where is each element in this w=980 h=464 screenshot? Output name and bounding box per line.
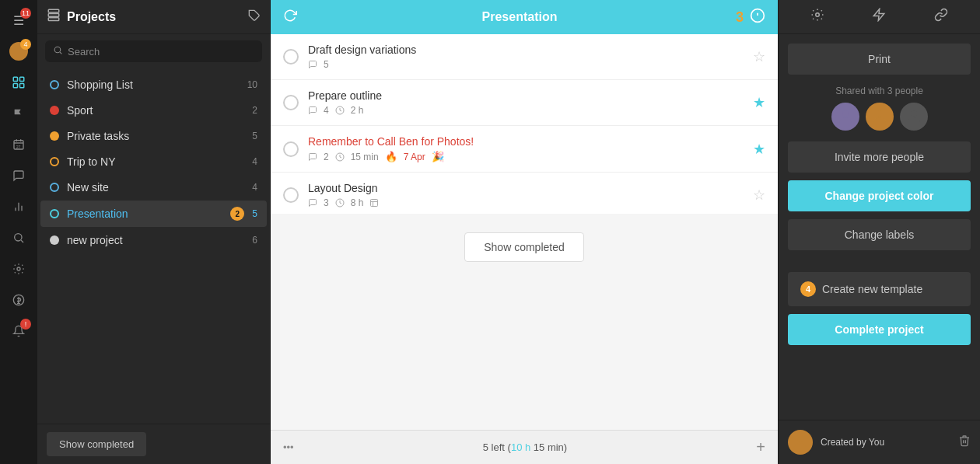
project-dot bbox=[50, 209, 59, 218]
star-icon[interactable]: ★ bbox=[753, 141, 765, 158]
rail-icon-dollar[interactable] bbox=[5, 286, 33, 314]
shared-section: Shared with 3 people bbox=[788, 82, 971, 134]
settings-icon[interactable] bbox=[810, 8, 824, 26]
svg-marker-32 bbox=[874, 9, 885, 21]
task-body: Draft design variations 5 bbox=[308, 44, 744, 70]
task-checkbox[interactable] bbox=[283, 95, 299, 110]
comment-count: 3 bbox=[324, 197, 329, 208]
svg-rect-0 bbox=[13, 77, 17, 81]
right-panel-content: Print Shared with 3 people Invite more p… bbox=[779, 34, 980, 420]
rail-icon-menu[interactable]: ☰ 11 bbox=[5, 6, 33, 34]
project-count: 10 bbox=[247, 79, 257, 90]
project-list: Shopping List 10 Sport 2 Private tasks 5… bbox=[37, 68, 270, 424]
project-dot bbox=[50, 106, 59, 115]
right-panel: Print Shared with 3 people Invite more p… bbox=[778, 0, 980, 464]
svg-point-14 bbox=[17, 267, 20, 270]
project-count: 2 bbox=[252, 105, 257, 116]
sidebar-header: Projects bbox=[37, 0, 270, 34]
project-name: Trip to NY bbox=[67, 155, 244, 168]
rail-icon-calendar[interactable]: 27 bbox=[5, 131, 33, 159]
delete-icon[interactable] bbox=[958, 434, 971, 450]
task-item: Draft design variations 5 ☆ bbox=[271, 34, 778, 80]
info-icon[interactable] bbox=[750, 8, 765, 26]
svg-point-35 bbox=[911, 110, 917, 117]
task-item: Prepare outline 4 2 h ★ bbox=[271, 80, 778, 126]
project-name: Presentation bbox=[67, 208, 222, 220]
add-task-button[interactable]: + bbox=[756, 438, 765, 456]
link-icon[interactable] bbox=[934, 8, 948, 26]
project-count: 4 bbox=[252, 182, 257, 193]
task-title: Prepare outline bbox=[308, 89, 744, 102]
invite-button[interactable]: Invite more people bbox=[788, 141, 971, 173]
project-name: Private tasks bbox=[67, 130, 244, 142]
task-time: 15 min bbox=[351, 152, 379, 162]
project-item-new[interactable]: new project 6 bbox=[40, 228, 267, 253]
main-header-title: Presentation bbox=[303, 10, 736, 24]
rail-icon-profile[interactable]: 4 bbox=[5, 37, 33, 65]
svg-point-33 bbox=[842, 110, 849, 117]
project-item-newsite[interactable]: New site 4 bbox=[40, 175, 267, 200]
created-text: Created by You bbox=[821, 437, 950, 448]
project-name: New site bbox=[67, 181, 244, 194]
avatar bbox=[866, 103, 894, 131]
task-body: Remember to Call Ben for Photos! 2 15 mi… bbox=[308, 135, 744, 162]
svg-point-34 bbox=[877, 110, 883, 117]
change-labels-button[interactable]: Change labels bbox=[788, 219, 971, 250]
task-checkbox[interactable] bbox=[283, 187, 299, 203]
rail-icon-notification[interactable]: ! bbox=[5, 317, 33, 345]
svg-rect-2 bbox=[13, 84, 17, 88]
change-color-button[interactable]: Change project color bbox=[788, 180, 971, 211]
svg-text:27: 27 bbox=[16, 145, 21, 149]
task-checkbox[interactable] bbox=[283, 141, 299, 157]
complete-project-button[interactable]: Complete project bbox=[788, 314, 971, 345]
create-template-button[interactable]: 4 Create new template bbox=[788, 272, 971, 306]
icon-rail: ☰ 11 4 27 ! bbox=[0, 0, 37, 464]
project-item-presentation[interactable]: Presentation 2 5 bbox=[40, 201, 267, 227]
project-count: 4 bbox=[252, 156, 257, 167]
shared-avatars bbox=[788, 103, 971, 131]
print-button[interactable]: Print bbox=[788, 44, 971, 75]
step-badge-2: 2 bbox=[230, 207, 244, 221]
svg-rect-16 bbox=[48, 9, 59, 12]
task-checkbox[interactable] bbox=[283, 49, 299, 65]
rail-icon-search[interactable] bbox=[5, 224, 33, 252]
right-panel-toolbar bbox=[779, 0, 980, 34]
tag-icon bbox=[248, 9, 261, 25]
project-item-shopping-list[interactable]: Shopping List 10 bbox=[40, 72, 267, 97]
sidebar-title: Projects bbox=[67, 10, 242, 24]
footer-hours: 10 h bbox=[511, 441, 530, 453]
project-dot bbox=[50, 235, 59, 245]
created-by: You bbox=[869, 437, 884, 448]
project-count: 5 bbox=[252, 131, 257, 141]
task-meta: 2 15 min 🔥 7 Apr 🎉 bbox=[308, 151, 744, 162]
show-completed-main-button[interactable]: Show completed bbox=[464, 232, 584, 262]
rail-icon-settings[interactable] bbox=[5, 255, 33, 283]
badge-11: 11 bbox=[20, 8, 31, 19]
avatar bbox=[900, 103, 928, 131]
create-template-label: Create new template bbox=[822, 283, 922, 295]
projects-icon bbox=[47, 8, 61, 26]
rail-icon-flag[interactable] bbox=[5, 99, 33, 127]
star-icon[interactable]: ☆ bbox=[753, 48, 765, 65]
search-input[interactable] bbox=[68, 46, 254, 58]
project-item-trip[interactable]: Trip to NY 4 bbox=[40, 149, 267, 174]
star-icon[interactable]: ★ bbox=[753, 94, 765, 111]
svg-line-21 bbox=[60, 52, 61, 54]
project-item-private[interactable]: Private tasks 5 bbox=[40, 124, 267, 148]
task-time: 8 h bbox=[351, 197, 364, 208]
project-item-sport[interactable]: Sport 2 bbox=[40, 98, 267, 123]
task-item: Layout Design 3 8 h ☆ bbox=[271, 173, 778, 214]
project-dot bbox=[50, 157, 59, 166]
star-icon[interactable]: ☆ bbox=[753, 187, 765, 204]
rail-icon-stats[interactable] bbox=[5, 193, 33, 221]
lightning-icon[interactable] bbox=[872, 8, 886, 26]
refresh-icon[interactable] bbox=[283, 9, 297, 26]
show-completed-sidebar-button[interactable]: Show completed bbox=[47, 432, 146, 456]
project-name: new project bbox=[67, 234, 244, 246]
svg-point-12 bbox=[15, 234, 22, 241]
footer-dots[interactable]: ••• bbox=[283, 441, 294, 453]
rail-icon-comments[interactable] bbox=[5, 162, 33, 190]
task-time: 2 h bbox=[351, 105, 364, 116]
project-dot bbox=[50, 131, 59, 141]
rail-icon-inbox[interactable] bbox=[5, 68, 33, 96]
